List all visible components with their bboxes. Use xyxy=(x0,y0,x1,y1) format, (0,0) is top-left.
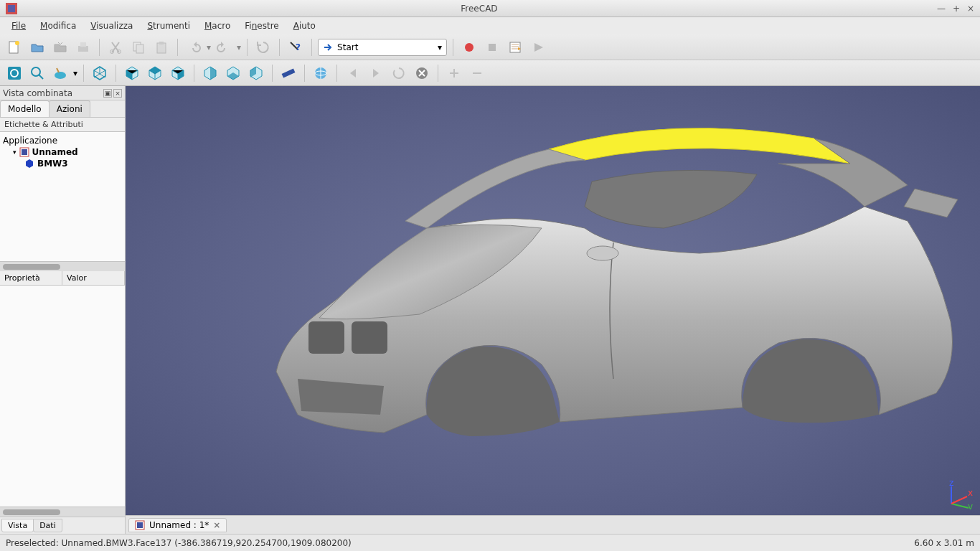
viewport-area: z y x Unnamed : 1* × xyxy=(126,86,980,534)
nav-stop-button[interactable] xyxy=(412,63,432,83)
macro-list-button[interactable] xyxy=(505,37,525,57)
fit-selection-button[interactable] xyxy=(27,63,47,83)
svg-point-28 xyxy=(587,246,618,260)
cut-button[interactable] xyxy=(105,37,126,57)
panel-close-button[interactable]: × xyxy=(113,89,122,98)
dropdown-icon: ▾ xyxy=(438,42,442,52)
measure-button[interactable] xyxy=(278,63,298,83)
menu-edit[interactable]: Modifica xyxy=(34,19,82,32)
expand-icon[interactable]: ▾ xyxy=(13,149,17,156)
document-tab-close[interactable]: × xyxy=(213,520,220,530)
document-icon xyxy=(19,147,29,157)
panel-header: Vista combinata ▣ × xyxy=(0,86,125,100)
web-button[interactable] xyxy=(311,63,331,83)
svg-rect-10 xyxy=(157,43,166,53)
new-file-button[interactable] xyxy=(4,37,24,57)
svg-rect-36 xyxy=(137,522,143,528)
view-rear-button[interactable] xyxy=(200,63,220,83)
property-panel[interactable] xyxy=(0,286,125,507)
model-tree[interactable]: Applicazione ▾ Unnamed BMW3 xyxy=(0,132,125,261)
prop-tab-view[interactable]: Vista xyxy=(1,519,34,532)
prop-col-property[interactable]: Proprietà xyxy=(0,271,62,285)
svg-rect-20 xyxy=(282,68,296,77)
document-tab-unnamed[interactable]: Unnamed : 1* × xyxy=(128,518,227,532)
menu-macro[interactable]: Macro xyxy=(199,19,236,32)
svg-rect-27 xyxy=(352,321,387,354)
statusbar: Preselected: Unnamed.BMW3.Face137 (-386.… xyxy=(0,534,980,551)
toolbar-file: ▾ ▾ ? Start ▾ xyxy=(0,34,980,60)
macro-stop-button[interactable] xyxy=(482,37,502,57)
workbench-selector[interactable]: Start ▾ xyxy=(318,39,447,56)
workbench-label: Start xyxy=(337,42,433,52)
whats-this-button[interactable]: ? xyxy=(286,37,306,57)
3d-viewport[interactable]: z y x xyxy=(126,86,980,515)
prop-scrollbar[interactable] xyxy=(0,507,125,517)
refresh-button[interactable] xyxy=(253,37,273,57)
menu-help[interactable]: Aiuto xyxy=(288,19,321,32)
tab-model[interactable]: Modello xyxy=(0,100,50,117)
save-button[interactable] xyxy=(50,37,70,57)
macro-record-button[interactable] xyxy=(459,37,479,57)
paste-button[interactable] xyxy=(151,37,171,57)
window-title: FreeCAD xyxy=(22,4,937,14)
app-icon xyxy=(6,3,17,14)
svg-rect-26 xyxy=(308,321,344,354)
panel-undock-button[interactable]: ▣ xyxy=(103,89,112,98)
print-button[interactable] xyxy=(73,37,93,57)
svg-rect-25 xyxy=(22,149,27,155)
toolbar-view: ▾ xyxy=(0,60,980,86)
maximize-button[interactable]: + xyxy=(953,4,960,14)
view-bottom-button[interactable] xyxy=(223,63,243,83)
document-tab-label: Unnamed : 1* xyxy=(149,520,209,530)
menu-tools[interactable]: Strumenti xyxy=(141,19,196,32)
svg-line-30 xyxy=(951,504,969,508)
zoom-in-button[interactable] xyxy=(444,63,464,83)
property-tabs: Vista Dati xyxy=(0,517,125,534)
car-model[interactable] xyxy=(240,121,972,451)
close-button[interactable]: × xyxy=(967,4,974,14)
fit-all-button[interactable] xyxy=(4,63,24,83)
prop-tab-data[interactable]: Dati xyxy=(33,519,62,532)
nav-back-button[interactable] xyxy=(343,63,363,83)
combo-view-panel: Vista combinata ▣ × Modello Azioni Etich… xyxy=(0,86,126,534)
nav-refresh-button[interactable] xyxy=(389,63,409,83)
tree-document[interactable]: ▾ Unnamed xyxy=(13,146,122,158)
draw-style-button[interactable] xyxy=(50,63,70,83)
svg-rect-14 xyxy=(489,44,496,51)
view-front-button[interactable] xyxy=(122,63,142,83)
svg-rect-9 xyxy=(136,44,143,53)
tab-tasks[interactable]: Azioni xyxy=(49,100,90,117)
menu-view[interactable]: Visualizza xyxy=(85,19,138,32)
view-left-button[interactable] xyxy=(246,63,266,83)
redo-button[interactable] xyxy=(214,37,234,57)
tree-scrollbar[interactable] xyxy=(0,261,125,271)
undo-dropdown[interactable]: ▾ xyxy=(207,42,211,52)
nav-forward-button[interactable] xyxy=(366,63,386,83)
svg-point-19 xyxy=(55,72,66,79)
open-file-button[interactable] xyxy=(27,37,47,57)
view-top-button[interactable] xyxy=(145,63,165,83)
svg-point-3 xyxy=(15,41,19,45)
menu-windows[interactable]: Finestre xyxy=(239,19,284,32)
svg-rect-16 xyxy=(8,67,21,80)
svg-rect-1 xyxy=(8,5,15,12)
view-isometric-button[interactable] xyxy=(90,63,110,83)
minimize-button[interactable]: — xyxy=(937,4,946,14)
menubar: File Modifica Visualizza Strumenti Macro… xyxy=(0,17,980,34)
status-dimensions: 6.60 x 3.01 m xyxy=(914,538,974,548)
redo-dropdown[interactable]: ▾ xyxy=(237,42,241,52)
selected-face-roof[interactable] xyxy=(549,128,850,164)
view-right-button[interactable] xyxy=(168,63,188,83)
prop-col-value[interactable]: Valor xyxy=(62,271,125,285)
draw-style-dropdown[interactable]: ▾ xyxy=(73,68,77,78)
svg-rect-5 xyxy=(80,42,86,47)
undo-button[interactable] xyxy=(184,37,204,57)
zoom-out-button[interactable] xyxy=(467,63,487,83)
menu-file[interactable]: File xyxy=(6,19,32,32)
svg-rect-11 xyxy=(159,42,164,44)
macro-play-button[interactable] xyxy=(528,37,548,57)
tree-root[interactable]: Applicazione xyxy=(3,135,122,146)
tree-item-bmw3[interactable]: BMW3 xyxy=(24,158,122,169)
copy-button[interactable] xyxy=(128,37,149,57)
property-header: Proprietà Valor xyxy=(0,271,125,286)
